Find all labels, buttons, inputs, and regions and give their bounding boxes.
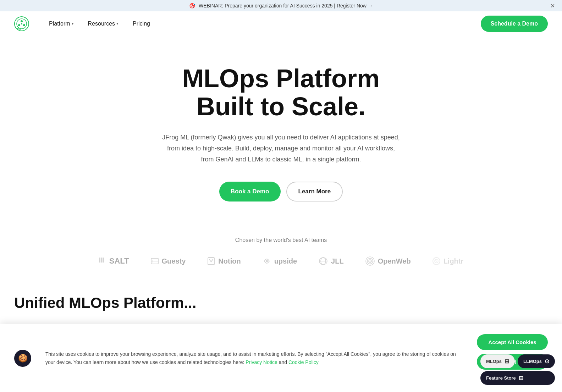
svg-rect-13 xyxy=(99,261,100,263)
pricing-label: Pricing xyxy=(133,21,150,27)
list-item: SALT xyxy=(99,256,129,266)
svg-point-3 xyxy=(18,24,20,26)
svg-rect-7 xyxy=(99,258,100,259)
headline-line2: Built to Scale. xyxy=(197,92,365,121)
cookie-and-text: and xyxy=(279,359,287,365)
notion-icon xyxy=(207,257,215,265)
logos-subtitle: Chosen by the world's best AI teams xyxy=(14,237,548,243)
schedule-demo-button[interactable]: Schedule a Demo xyxy=(481,16,548,32)
privacy-notice-link[interactable]: Privacy Notice xyxy=(246,359,277,365)
logos-row: SALT Guesty Notion upside xyxy=(14,256,548,266)
top-banner: 🎯 WEBINAR: Prepare your organization for… xyxy=(0,0,562,11)
salt-icon xyxy=(99,257,106,265)
nav-platform[interactable]: Platform ▾ xyxy=(43,18,79,30)
feature-store-label: Feature Store xyxy=(486,375,516,381)
svg-rect-14 xyxy=(101,261,102,263)
cookie-policy-link[interactable]: Cookie Policy xyxy=(288,359,319,365)
nav-links: Platform ▾ Resources ▾ Pricing xyxy=(43,18,481,30)
list-item: Lightr xyxy=(432,257,464,265)
platform-label: Platform xyxy=(49,21,70,27)
jll-icon xyxy=(318,257,328,265)
widget-row-bottom: Feature Store ⊟ xyxy=(480,371,555,382)
mlops-label: MLOps xyxy=(486,359,502,364)
feature-store-icon: ⊟ xyxy=(519,375,523,381)
svg-point-18 xyxy=(266,260,268,262)
llmops-icon: ⊙ xyxy=(545,358,549,365)
salt-label: SALT xyxy=(109,256,129,266)
lightr-label: Lightr xyxy=(443,257,464,265)
jfrog-logo-icon: ML xyxy=(14,16,29,31)
svg-rect-10 xyxy=(99,259,100,261)
banner-text: WEBINAR: Prepare your organization for A… xyxy=(199,3,373,9)
svg-point-4 xyxy=(23,24,25,26)
svg-rect-9 xyxy=(103,258,104,259)
hero-section: MLOps Platform Built to Scale. JFrog ML … xyxy=(121,36,441,223)
nav-pricing[interactable]: Pricing xyxy=(127,18,156,30)
partial-headline: Unified MLOps Platform... xyxy=(14,294,196,311)
hero-buttons: Book a Demo Learn More xyxy=(136,182,426,201)
mlops-icon: ⊞ xyxy=(505,358,509,365)
svg-rect-12 xyxy=(103,259,104,261)
feature-store-widget-button[interactable]: Feature Store ⊟ xyxy=(480,371,555,382)
llmops-widget-button[interactable]: LLMOps ⊙ xyxy=(518,354,555,368)
logos-section: Chosen by the world's best AI teams SALT xyxy=(0,223,562,287)
close-banner-button[interactable]: ✕ xyxy=(550,2,555,9)
logo-link[interactable]: ML xyxy=(14,16,29,31)
svg-text:ML: ML xyxy=(17,27,21,31)
cookie-banner: 🍪 This site uses cookies to improve your… xyxy=(0,324,562,382)
nav-resources[interactable]: Resources ▾ xyxy=(82,18,124,30)
llmops-label: LLMOps xyxy=(523,359,542,364)
svg-point-2 xyxy=(21,20,23,22)
list-item: Notion xyxy=(207,257,241,265)
svg-point-5 xyxy=(21,23,22,24)
openweb-label: OpenWeb xyxy=(378,257,411,265)
hero-description: JFrog ML (formerly Qwak) gives you all y… xyxy=(160,132,402,165)
accept-all-cookies-button[interactable]: Accept All Cookies xyxy=(477,334,548,350)
learn-more-button[interactable]: Learn More xyxy=(286,182,343,201)
jll-label: JLL xyxy=(331,257,344,265)
list-item: OpenWeb xyxy=(365,256,411,266)
list-item: Guesty xyxy=(150,257,186,265)
openweb-icon xyxy=(365,256,375,266)
navbar: ML Platform ▾ Resources ▾ Pricing Schedu… xyxy=(0,11,562,36)
headline-line1: MLOps Platform xyxy=(182,64,380,93)
hero-headline: MLOps Platform Built to Scale. xyxy=(136,65,426,121)
svg-rect-8 xyxy=(101,258,102,259)
upside-label: upside xyxy=(274,257,297,265)
svg-rect-15 xyxy=(103,261,104,263)
resources-label: Resources xyxy=(88,21,115,27)
list-item: JLL xyxy=(318,257,344,265)
guesty-icon xyxy=(150,257,159,265)
guesty-label: Guesty xyxy=(162,257,186,265)
mlops-widget-button[interactable]: MLOps ⊞ xyxy=(480,354,515,368)
banner-icon: 🎯 xyxy=(189,3,195,9)
svg-rect-11 xyxy=(101,259,102,261)
widget-row-top: MLOps ⊞ LLMOps ⊙ xyxy=(480,354,555,368)
resources-chevron-icon: ▾ xyxy=(116,21,119,26)
cookie-icon: 🍪 xyxy=(14,350,31,367)
book-demo-button[interactable]: Book a Demo xyxy=(219,182,281,201)
cookie-text: This site uses cookies to improve your b… xyxy=(45,350,463,366)
lightr-icon xyxy=(432,257,441,265)
floating-widget: MLOps ⊞ LLMOps ⊙ Feature Store ⊟ xyxy=(480,354,555,382)
svg-rect-17 xyxy=(208,258,214,265)
platform-chevron-icon: ▾ xyxy=(72,21,74,26)
notion-label: Notion xyxy=(218,257,241,265)
upside-icon xyxy=(262,257,271,265)
list-item: upside xyxy=(262,257,297,265)
